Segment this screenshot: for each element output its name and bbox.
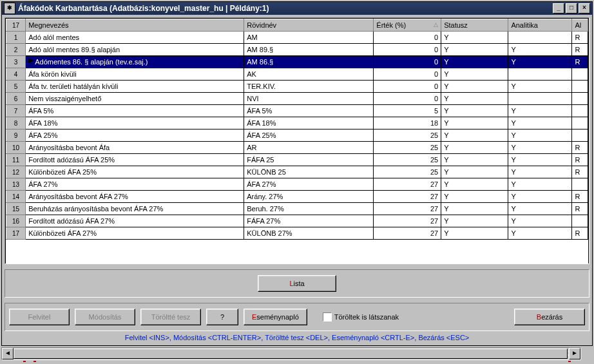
cell[interactable]: Y — [508, 215, 572, 227]
cell[interactable]: Y — [508, 191, 572, 203]
cell[interactable]: Y — [441, 178, 508, 191]
col-header-analytic[interactable]: Analitika — [508, 19, 572, 32]
cell[interactable] — [572, 68, 588, 81]
cell[interactable]: NVI — [244, 93, 374, 105]
row-header[interactable]: 12 — [6, 166, 26, 178]
cell[interactable]: R — [572, 32, 588, 44]
row-header[interactable]: 4 — [6, 68, 26, 81]
cell[interactable]: KÜLÖNB 25 — [244, 166, 374, 178]
cell[interactable]: Beruh. 27% — [244, 203, 374, 215]
cell[interactable]: 0 — [374, 56, 441, 68]
cell[interactable]: ÁFA 25% — [26, 129, 244, 142]
cell[interactable]: 18 — [374, 117, 441, 129]
cell[interactable]: ÁFA 18% — [26, 117, 244, 129]
cell[interactable]: Y — [441, 81, 508, 93]
table-row[interactable]: 9ÁFA 25%ÁFA 25%25YY — [6, 129, 588, 142]
table-row[interactable]: 16Fordított adózású ÁFA 27%FÁFA 27%27YY — [6, 215, 588, 227]
table-row[interactable]: 1Adó alól mentesAM0YR — [6, 32, 588, 44]
row-header[interactable]: 7 — [6, 105, 26, 117]
cell[interactable]: ÁFA 27% — [244, 178, 374, 191]
cell[interactable]: Adó alól mentes 89.§ alapján — [26, 44, 244, 56]
lista-button[interactable]: Lista — [258, 275, 336, 292]
cell[interactable]: Y — [441, 129, 508, 142]
cell[interactable]: Y — [508, 203, 572, 215]
cell[interactable]: ÁFA 25% — [244, 129, 374, 142]
cell[interactable]: 25 — [374, 166, 441, 178]
cell[interactable] — [572, 129, 588, 142]
table-row[interactable]: 15Beruházás arányosításba bevont ÁFA 27%… — [6, 203, 588, 215]
cell[interactable]: Y — [508, 227, 572, 240]
modositas-button[interactable]: Módosítás — [75, 309, 135, 325]
cell[interactable]: Arányosításba bevont ÁFA 27% — [26, 191, 244, 203]
table-row[interactable]: 2Adó alól mentes 89.§ alapjánAM 89.§0YYR — [6, 44, 588, 56]
cell[interactable]: ÁFA 5% — [26, 105, 244, 117]
cell[interactable]: Y — [441, 227, 508, 240]
cell[interactable]: KÜLÖNB 27% — [244, 227, 374, 240]
cell[interactable] — [572, 81, 588, 93]
row-header[interactable]: 3 — [6, 56, 26, 68]
cell[interactable]: 27 — [374, 191, 441, 203]
cell[interactable]: Y — [508, 142, 572, 154]
row-header[interactable]: 8 — [6, 117, 26, 129]
cell[interactable] — [572, 105, 588, 117]
cell[interactable]: AM 89.§ — [244, 44, 374, 56]
scroll-right-icon[interactable]: ► — [569, 348, 580, 359]
cell[interactable]: Áfa körön kivüli — [26, 68, 244, 81]
cell[interactable]: 25 — [374, 154, 441, 166]
checkbox-box[interactable] — [323, 312, 332, 321]
cell[interactable]: Y — [441, 32, 508, 44]
cell[interactable]: 27 — [374, 215, 441, 227]
cell[interactable]: Y — [508, 105, 572, 117]
cell[interactable]: 27 — [374, 227, 441, 240]
cell[interactable]: Adó alól mentes — [26, 32, 244, 44]
cell[interactable] — [572, 178, 588, 191]
table-row[interactable]: 12Különbözeti ÁFA 25%KÜLÖNB 2525YYR — [6, 166, 588, 178]
cell[interactable]: ÁFA 5% — [244, 105, 374, 117]
table-row[interactable]: 11Fordított adózású ÁFA 25%FÁFA 2525YYR — [6, 154, 588, 166]
bezaras-button[interactable]: Bezárás — [514, 309, 585, 325]
cell[interactable]: Arány. 27% — [244, 191, 374, 203]
table-row[interactable]: 8ÁFA 18%ÁFA 18%18YY — [6, 117, 588, 129]
cell[interactable]: R — [572, 154, 588, 166]
cell[interactable]: Különbözeti ÁFA 25% — [26, 166, 244, 178]
row-header[interactable]: 14 — [6, 191, 26, 203]
cell[interactable]: R — [572, 203, 588, 215]
cell[interactable]: ÁFA 18% — [244, 117, 374, 129]
row-header[interactable]: 16 — [6, 215, 26, 227]
cell[interactable]: FÁFA 25 — [244, 154, 374, 166]
cell[interactable]: Y — [441, 166, 508, 178]
cell[interactable]: TER.KIV. — [244, 81, 374, 93]
cell[interactable]: Arányosításba bevont Áfa — [26, 142, 244, 154]
cell[interactable]: Beruházás arányosításba bevont ÁFA 27% — [26, 203, 244, 215]
cell[interactable] — [572, 215, 588, 227]
row-header[interactable]: 1 — [6, 32, 26, 44]
cell[interactable]: Y — [441, 93, 508, 105]
table-row[interactable]: 7ÁFA 5%ÁFA 5%5YY — [6, 105, 588, 117]
cell[interactable]: AK — [244, 68, 374, 81]
cell[interactable]: Y — [508, 44, 572, 56]
cell[interactable]: Y — [508, 166, 572, 178]
cell[interactable]: AR — [244, 142, 374, 154]
cell[interactable]: Y — [508, 154, 572, 166]
cell[interactable]: 0 — [374, 81, 441, 93]
cell[interactable]: FÁFA 27% — [244, 215, 374, 227]
cell[interactable]: R — [572, 142, 588, 154]
cell[interactable]: Y — [508, 81, 572, 93]
table-row[interactable]: 4Áfa körön kivüliAK0Y — [6, 68, 588, 81]
cell[interactable] — [508, 93, 572, 105]
cell[interactable]: AM 86.§ — [244, 56, 374, 68]
cell[interactable]: Különbözeti ÁFA 27% — [26, 227, 244, 240]
cell[interactable]: 27 — [374, 203, 441, 215]
cell[interactable]: R — [572, 191, 588, 203]
felvitel-button[interactable]: Felvitel — [9, 309, 70, 325]
col-header-short[interactable]: Rövidnév — [244, 19, 374, 32]
cell[interactable] — [508, 68, 572, 81]
col-header-value[interactable]: Érték (%)△ — [374, 19, 441, 32]
row-header[interactable]: 9 — [6, 129, 26, 142]
table-row[interactable]: 13ÁFA 27%ÁFA 27%27YY — [6, 178, 588, 191]
row-header[interactable]: 11 — [6, 154, 26, 166]
scroll-thumb[interactable] — [14, 349, 568, 359]
cell[interactable]: Y — [508, 117, 572, 129]
table-row[interactable]: 3▶Adómentes 86. § alapján (tev.e.saj.)AM… — [6, 56, 588, 68]
cell[interactable]: Fordított adózású ÁFA 27% — [26, 215, 244, 227]
